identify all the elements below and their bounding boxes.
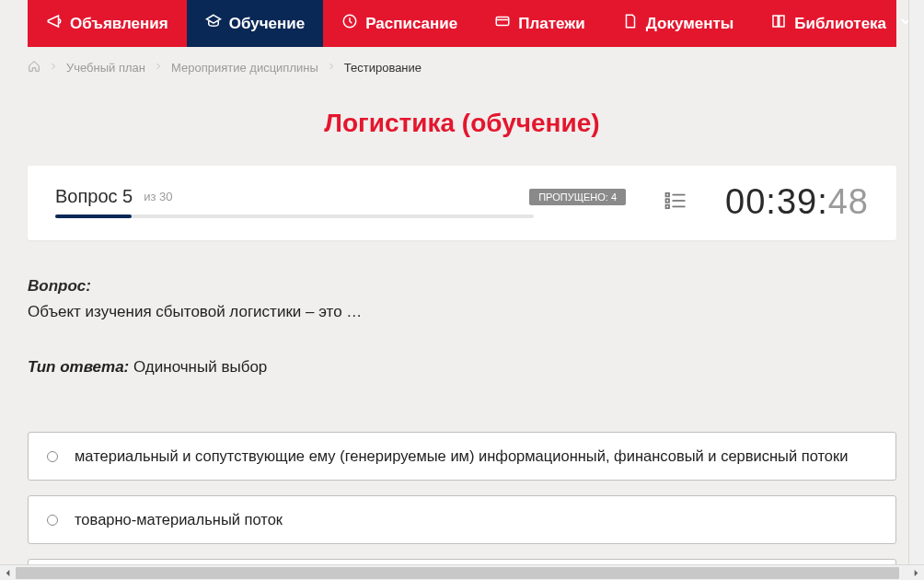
option-item[interactable]: материальный и сопутствующие ему (генери… bbox=[28, 432, 896, 481]
question-label: Вопрос: bbox=[28, 277, 896, 296]
nav-label: Обучение bbox=[229, 15, 305, 33]
timer: 00:39:48 bbox=[725, 182, 869, 222]
quiz-header: Вопрос 5 из 30 ПРОПУЩЕНО: 4 00:39:48 bbox=[28, 166, 896, 240]
chevron-right-icon bbox=[48, 61, 59, 75]
svg-rect-1 bbox=[496, 17, 509, 26]
nav-documents[interactable]: Документы bbox=[604, 0, 753, 47]
option-text: товарно-материальный поток bbox=[75, 511, 283, 528]
scroll-track[interactable] bbox=[16, 565, 908, 580]
scroll-left-button[interactable] bbox=[0, 565, 16, 581]
option-text: материальный и сопутствующие ему (генери… bbox=[75, 447, 848, 465]
question-number: Вопрос 5 bbox=[55, 186, 133, 207]
card-icon bbox=[494, 13, 511, 34]
breadcrumb-item-discipline[interactable]: Мероприятие дисциплины bbox=[171, 61, 318, 75]
answer-type-value: Одиночный выбор bbox=[133, 358, 267, 376]
chevron-right-icon bbox=[326, 61, 337, 75]
breadcrumb: Учебный план Мероприятие дисциплины Тест… bbox=[0, 47, 924, 88]
nav-label: Объявления bbox=[70, 15, 168, 33]
breadcrumb-item-testing: Тестирование bbox=[344, 61, 422, 75]
options-list: материальный и сопутствующие ему (генери… bbox=[0, 432, 924, 564]
progress-bar bbox=[55, 215, 534, 218]
scroll-right-button[interactable] bbox=[908, 565, 924, 581]
option-item[interactable]: товарно-материальный поток bbox=[28, 495, 896, 544]
nav-library[interactable]: Библиотека bbox=[752, 0, 924, 47]
vertical-scrollbar[interactable] bbox=[908, 0, 924, 564]
svg-rect-4 bbox=[666, 204, 670, 208]
nav-label: Платежи bbox=[518, 15, 585, 33]
question-body: Вопрос: Объект изучения сбытовой логисти… bbox=[0, 240, 924, 432]
page-title: Логистика (обучение) bbox=[0, 88, 924, 166]
main-nav: Объявления Обучение Расписание Платежи Д… bbox=[28, 0, 896, 47]
clock-icon bbox=[341, 13, 358, 34]
radio-icon[interactable] bbox=[47, 451, 58, 462]
horizontal-scrollbar[interactable] bbox=[0, 564, 924, 580]
radio-icon[interactable] bbox=[47, 515, 58, 526]
skipped-badge: ПРОПУЩЕНО: 4 bbox=[529, 189, 626, 205]
nav-label: Документы bbox=[646, 15, 734, 33]
breadcrumb-item-plan[interactable]: Учебный план bbox=[66, 61, 145, 75]
nav-schedule[interactable]: Расписание bbox=[323, 0, 476, 47]
answer-type-label: Тип ответа: bbox=[28, 358, 129, 376]
nav-announcements[interactable]: Объявления bbox=[28, 0, 187, 47]
nav-learning[interactable]: Обучение bbox=[187, 0, 323, 47]
document-icon bbox=[622, 13, 639, 34]
megaphone-icon bbox=[46, 13, 63, 34]
svg-rect-2 bbox=[666, 192, 670, 196]
progress-fill bbox=[55, 215, 132, 218]
scroll-thumb[interactable] bbox=[16, 567, 899, 579]
graduation-icon bbox=[205, 13, 222, 34]
question-text: Объект изучения сбытовой логистики – это… bbox=[28, 303, 896, 321]
question-list-button[interactable] bbox=[626, 188, 725, 217]
home-icon[interactable] bbox=[28, 60, 40, 75]
nav-label: Библиотека bbox=[794, 15, 886, 33]
nav-label: Расписание bbox=[365, 15, 457, 33]
nav-payments[interactable]: Платежи bbox=[476, 0, 604, 47]
question-total: из 30 bbox=[144, 190, 172, 203]
svg-rect-3 bbox=[666, 199, 670, 203]
book-icon bbox=[770, 13, 787, 34]
chevron-right-icon bbox=[153, 61, 164, 75]
